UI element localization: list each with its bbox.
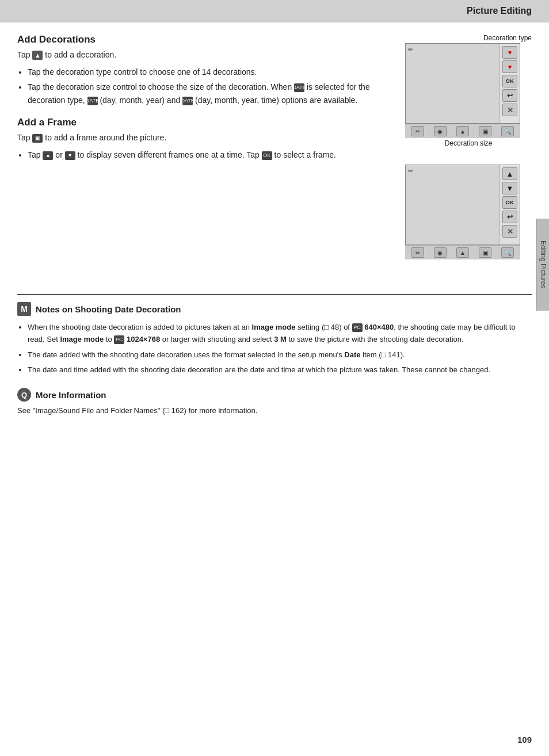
cam2-bb-pencil[interactable]: ✏ xyxy=(411,247,424,258)
section1-title: Add Decorations xyxy=(17,34,394,45)
header-title: Picture Editing xyxy=(467,6,532,16)
notes-icon-640: PC xyxy=(352,323,363,332)
cam1-btn-ok[interactable]: OK xyxy=(502,75,517,87)
date-icon3: DATE xyxy=(182,97,193,105)
cam2-btn-close[interactable]: ✕ xyxy=(502,225,517,238)
notes-header: M Notes on Shooting Date Decoration xyxy=(17,302,532,316)
up-arrow-icon: ▲ xyxy=(43,151,53,160)
section2-intro: Tap ▣ to add a frame around the picture. xyxy=(17,132,394,144)
ok-icon: OK xyxy=(262,151,272,160)
date-icon2: DATE xyxy=(87,97,98,105)
notes-bullet2: The date added with the shooting date de… xyxy=(28,349,532,361)
cam1-bb-pencil[interactable]: ✏ xyxy=(411,126,424,136)
section1-bullet2: Tap the decoration size control to choos… xyxy=(28,81,394,106)
main-content: Add Decorations Tap ▲ to add a decoratio… xyxy=(0,22,549,277)
text-column: Add Decorations Tap ▲ to add a decoratio… xyxy=(17,34,405,277)
diagram1-wrapper: Decoration type ✏ ♥ ♥ OK ↩ ✕ xyxy=(405,34,532,147)
cam2-bb-dot[interactable]: ◉ xyxy=(434,247,447,258)
cam1-bb-dot[interactable]: ◉ xyxy=(434,126,447,136)
more-info-icon: Q xyxy=(17,388,31,402)
notes-icon-1024: PC xyxy=(114,335,124,344)
cam2-btn-undo[interactable]: ↩ xyxy=(502,211,517,223)
add-deco-icon: ▲ xyxy=(32,51,43,60)
cam2-bb-person[interactable]: ▲ xyxy=(456,247,469,258)
down-arrow-icon: ▼ xyxy=(65,151,75,160)
cam2-pencil-icon: ✏ xyxy=(408,167,413,175)
section2-bullets: Tap ▲ or ▼ to display seven different fr… xyxy=(28,148,394,161)
cam-screen1: ✏ ♥ ♥ OK ↩ ✕ xyxy=(405,43,520,124)
section2-bullet1: Tap ▲ or ▼ to display seven different fr… xyxy=(28,148,394,161)
notes-list: When the shooting date decoration is add… xyxy=(28,322,532,376)
notes-title: Notes on Shooting Date Decoration xyxy=(36,304,181,314)
cam1-btn-close[interactable]: ✕ xyxy=(502,104,517,116)
cam-screen1-display: ✏ xyxy=(406,44,500,123)
notes-bullet1: When the shooting date decoration is add… xyxy=(28,322,532,346)
header-bar: Picture Editing xyxy=(0,0,549,22)
diagram1-label-top: Decoration type xyxy=(405,34,532,42)
cam1-btn-heart2[interactable]: ♥ xyxy=(502,60,517,73)
page-number: 109 xyxy=(517,735,532,744)
more-info-header: Q More Information xyxy=(17,388,532,402)
more-info-title: More Information xyxy=(36,390,106,400)
section2-title: Add a Frame xyxy=(17,117,394,128)
notes-bullet3: The date and time added with the shootin… xyxy=(28,364,532,376)
diagram2-wrapper: ✏ ▲ ▼ OK ↩ ✕ ✏ ◉ ▲ ▣ xyxy=(405,165,532,259)
diagram1-label-bottom: Decoration size xyxy=(405,139,532,147)
cam2-bottom-bar: ✏ ◉ ▲ ▣ 🔍 xyxy=(405,245,520,259)
cam1-btn-undo[interactable]: ↩ xyxy=(502,89,517,102)
cam-screen2-display: ✏ xyxy=(406,165,500,245)
notes-icon: M xyxy=(17,302,31,316)
cam1-bb-zoom[interactable]: 🔍 xyxy=(501,126,514,136)
diagram-column: Decoration type ✏ ♥ ♥ OK ↩ ✕ xyxy=(405,34,532,277)
cam1-bb-person[interactable]: ▲ xyxy=(456,126,469,136)
more-info-text: See "Image/Sound File and Folder Names" … xyxy=(17,405,532,417)
cam1-pencil-icon: ✏ xyxy=(408,46,413,54)
right-tab: Editing Pictures xyxy=(536,219,549,311)
cam1-btn-heart1[interactable]: ♥ xyxy=(502,46,517,59)
more-info-section: Q More Information See "Image/Sound File… xyxy=(17,388,532,417)
cam2-sidebar: ▲ ▼ OK ↩ ✕ xyxy=(500,165,520,245)
date-icon1: DATE xyxy=(294,83,304,92)
frame-icon: ▣ xyxy=(32,134,43,143)
notes-section: M Notes on Shooting Date Decoration When… xyxy=(17,294,532,376)
cam2-btn-up[interactable]: ▲ xyxy=(502,167,517,180)
cam1-bb-frame[interactable]: ▣ xyxy=(479,126,491,136)
section1-bullet1: Tap the decoration type control to choos… xyxy=(28,66,394,78)
cam1-bottom-bar: ✏ ◉ ▲ ▣ 🔍 xyxy=(405,124,520,138)
cam2-btn-down[interactable]: ▼ xyxy=(502,182,517,194)
section1-bullets: Tap the decoration type control to choos… xyxy=(28,66,394,106)
cam-screen2: ✏ ▲ ▼ OK ↩ ✕ xyxy=(405,165,520,245)
section1-intro: Tap ▲ to add a decoration. xyxy=(17,49,394,61)
cam1-sidebar: ♥ ♥ OK ↩ ✕ xyxy=(500,44,520,123)
cam2-btn-ok[interactable]: OK xyxy=(502,196,517,209)
cam2-bb-zoom[interactable]: 🔍 xyxy=(501,247,514,258)
cam2-bb-frame[interactable]: ▣ xyxy=(479,247,491,258)
